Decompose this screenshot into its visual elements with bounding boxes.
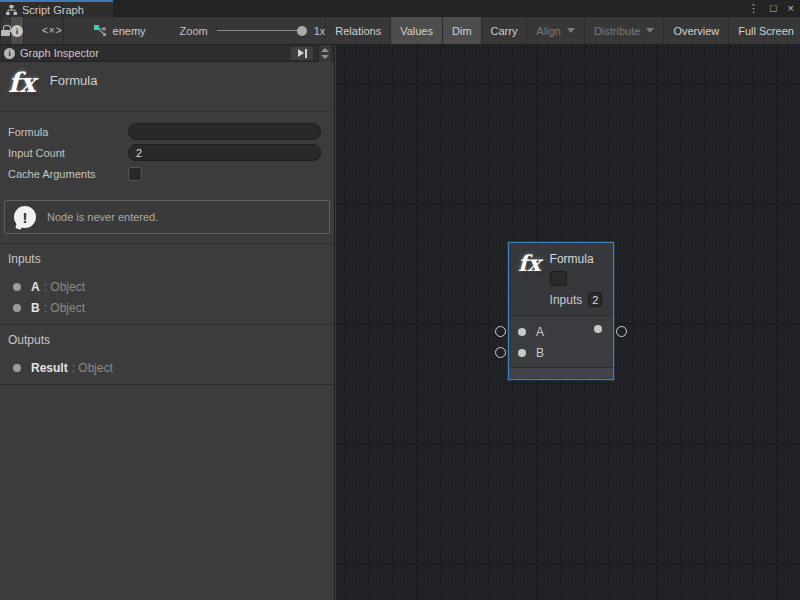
lock-icon	[1, 30, 10, 36]
port-label: A	[536, 325, 544, 339]
dock-arrow-icon	[298, 49, 304, 57]
relations-button[interactable]: Relations	[325, 17, 391, 44]
graph-node-icon	[94, 25, 107, 37]
formula-input[interactable]	[128, 123, 321, 140]
window-menu-icon[interactable]: ⋮	[748, 3, 759, 14]
align-label: Align	[536, 25, 560, 37]
input-count-input[interactable]: 2	[128, 144, 321, 161]
node-output-port-result[interactable]	[594, 325, 602, 333]
port-dot-icon[interactable]	[518, 328, 526, 336]
graph-canvas[interactable]: fx Formula Inputs 2 A B	[336, 45, 800, 600]
zoom-slider-handle[interactable]	[297, 26, 307, 36]
full-screen-label: Full Screen	[738, 25, 794, 37]
graph-hierarchy-icon	[6, 5, 17, 15]
port-dot-icon	[13, 304, 21, 312]
formula-node[interactable]: fx Formula Inputs 2 A B	[508, 242, 614, 380]
carry-label: Carry	[491, 25, 518, 37]
overview-label: Overview	[673, 25, 719, 37]
graph-breadcrumb[interactable]: enemy	[94, 17, 146, 44]
tab-script-graph[interactable]: Script Graph	[0, 0, 113, 17]
dock-panel-button[interactable]	[291, 47, 313, 60]
unconnected-input-port-a[interactable]	[495, 326, 506, 337]
panel-scroll-spinner[interactable]	[318, 45, 331, 62]
node-title: Formula	[550, 252, 603, 266]
input-count-label: Input Count	[8, 147, 128, 159]
outputs-header: Outputs	[8, 333, 326, 347]
cache-arguments-row: Cache Arguments	[8, 165, 321, 182]
outputs-section: Outputs Result : Object	[0, 325, 334, 384]
chevron-up-icon	[321, 48, 329, 52]
graph-inspector-header: i Graph Inspector	[0, 45, 334, 62]
port-type: : Object	[44, 301, 85, 315]
dim-label: Dim	[452, 25, 472, 37]
output-port-row-result: Result : Object	[8, 357, 326, 378]
info-icon: i	[4, 48, 15, 59]
node-formula-input[interactable]	[550, 271, 567, 286]
distribute-dropdown[interactable]: Distribute	[585, 17, 664, 44]
zoom-value: 1x	[314, 25, 326, 37]
port-dot-icon	[13, 283, 21, 291]
formula-node-header[interactable]: fx Formula Inputs 2	[509, 243, 613, 316]
chevron-down-icon	[321, 55, 329, 59]
code-icon: <×>	[42, 25, 63, 36]
carry-button[interactable]: Carry	[482, 17, 528, 44]
port-name: Result	[31, 361, 68, 375]
chevron-down-icon	[646, 28, 654, 33]
zoom-slider[interactable]	[217, 17, 305, 45]
input-count-field-row: Input Count 2	[8, 144, 321, 161]
overview-button[interactable]: Overview	[664, 17, 729, 44]
formula-node-footer	[509, 368, 613, 378]
formula-fx-icon: fx	[8, 68, 36, 111]
zoom-label: Zoom	[180, 25, 208, 37]
distribute-label: Distribute	[594, 25, 640, 37]
inspector-toggle-button[interactable]: i	[11, 17, 24, 44]
zoom-slider-track	[217, 30, 305, 31]
warning-text: Node is never entered.	[47, 211, 158, 223]
section-divider	[0, 384, 334, 385]
window-controls: ⋮ □ ×	[748, 0, 794, 17]
chevron-down-icon	[567, 28, 575, 33]
port-dot-icon[interactable]	[518, 349, 526, 357]
port-name: B	[31, 301, 40, 315]
inputs-section: Inputs A : Object B : Object	[0, 244, 334, 324]
inputs-header: Inputs	[8, 252, 326, 266]
cache-arguments-label: Cache Arguments	[8, 168, 128, 180]
dock-bar-icon	[305, 49, 307, 58]
warning-icon: !	[14, 206, 36, 228]
node-input-port-b[interactable]: B	[518, 346, 544, 360]
cache-arguments-checkbox[interactable]	[128, 167, 142, 181]
unconnected-output-port-result[interactable]	[616, 326, 627, 337]
close-icon[interactable]: ×	[788, 3, 794, 14]
graph-inspector-title: Graph Inspector	[20, 47, 99, 59]
tab-label: Script Graph	[22, 4, 84, 16]
dim-button[interactable]: Dim	[443, 17, 482, 44]
formula-field-row: Formula	[8, 123, 321, 140]
port-type: : Object	[44, 280, 85, 294]
input-port-row-a: A : Object	[8, 276, 326, 297]
port-name: A	[31, 280, 40, 294]
lock-button[interactable]	[0, 17, 11, 44]
port-type: : Object	[72, 361, 113, 375]
zoom-control: Zoom 1x	[180, 17, 326, 44]
relations-label: Relations	[335, 25, 381, 37]
align-dropdown[interactable]: Align	[527, 17, 584, 44]
values-button[interactable]: Values	[391, 17, 443, 44]
graph-toolbar: i <×> enemy Zoom 1x Relations	[0, 17, 800, 45]
unit-header: fx Formula	[0, 62, 334, 112]
code-view-button[interactable]: <×>	[42, 17, 64, 44]
node-inputs-label: Inputs	[550, 293, 583, 307]
info-icon: i	[11, 25, 23, 37]
tab-bar: Script Graph ⋮ □ ×	[0, 0, 800, 17]
unconnected-input-port-b[interactable]	[495, 347, 506, 358]
port-dot-icon	[13, 364, 21, 372]
full-screen-button[interactable]: Full Screen	[729, 17, 800, 44]
maximize-icon[interactable]: □	[770, 3, 777, 14]
values-label: Values	[400, 25, 433, 37]
script-graph-window: Script Graph ⋮ □ × i <×> enemy	[0, 0, 800, 600]
formula-field-label: Formula	[8, 126, 128, 138]
node-inputs-count-input[interactable]: 2	[588, 292, 602, 307]
node-input-port-a[interactable]: A	[518, 325, 544, 339]
formula-node-ports: A B	[509, 316, 613, 368]
unit-fields: Formula Input Count 2 Cache Arguments	[0, 112, 334, 190]
unit-title: Formula	[50, 73, 98, 111]
